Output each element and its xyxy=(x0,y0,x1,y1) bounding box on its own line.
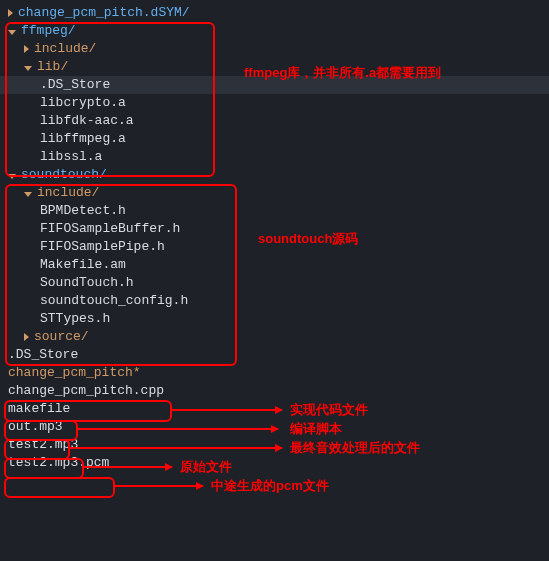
arrow-icon xyxy=(172,409,282,411)
annotation-test2pcm: 中途生成的pcm文件 xyxy=(211,477,329,495)
arrow-icon xyxy=(70,447,282,449)
file-row[interactable]: libcrypto.a xyxy=(0,94,549,112)
file-row[interactable]: Makefile.am xyxy=(0,256,549,274)
annotation-test2: 原始文件 xyxy=(180,458,232,476)
file-name: test2.mp3 xyxy=(8,436,78,454)
file-name: test2.mp3.pcm xyxy=(8,454,109,472)
file-row[interactable]: .DS_Store xyxy=(0,346,549,364)
file-name: STTypes.h xyxy=(40,310,110,328)
folder-name: lib/ xyxy=(37,58,68,76)
file-name: FIFOSamplePipe.h xyxy=(40,238,165,256)
folder-row[interactable]: source/ xyxy=(0,328,549,346)
folder-name: soundtouch/ xyxy=(21,166,107,184)
file-name: libffmpeg.a xyxy=(40,130,126,148)
file-row[interactable]: libssl.a xyxy=(0,148,549,166)
file-row[interactable]: change_pcm_pitch* xyxy=(0,364,549,382)
annotation-ffmpeg: ffmpeg库，并非所有.a都需要用到 xyxy=(244,64,441,82)
chevron-down-icon xyxy=(8,30,16,35)
file-name: FIFOSampleBuffer.h xyxy=(40,220,180,238)
file-name: out.mp3 xyxy=(8,418,63,436)
annotation-soundtouch: soundtouch源码 xyxy=(258,230,358,248)
chevron-down-icon xyxy=(24,66,32,71)
file-name: soundtouch_config.h xyxy=(40,292,188,310)
file-row[interactable]: test2.mp3.pcm xyxy=(0,454,549,472)
folder-row[interactable]: include/ xyxy=(0,184,549,202)
folder-row[interactable]: change_pcm_pitch.dSYM/ xyxy=(0,4,549,22)
file-name: BPMDetect.h xyxy=(40,202,126,220)
file-name: libfdk-aac.a xyxy=(40,112,134,130)
arrow-icon xyxy=(78,428,278,430)
annotation-outmp3: 最终音效处理后的文件 xyxy=(290,439,420,457)
file-name: .DS_Store xyxy=(8,346,78,364)
arrow-icon xyxy=(84,466,172,468)
file-name: libssl.a xyxy=(40,148,102,166)
file-row[interactable]: STTypes.h xyxy=(0,310,549,328)
folder-row[interactable]: include/ xyxy=(0,40,549,58)
file-name: makefile xyxy=(8,400,70,418)
file-row[interactable]: libfdk-aac.a xyxy=(0,112,549,130)
chevron-right-icon xyxy=(24,45,29,53)
file-row[interactable]: BPMDetect.h xyxy=(0,202,549,220)
folder-row[interactable]: soundtouch/ xyxy=(0,166,549,184)
file-name: Makefile.am xyxy=(40,256,126,274)
chevron-down-icon xyxy=(24,192,32,197)
folder-name: change_pcm_pitch.dSYM/ xyxy=(18,4,190,22)
file-row[interactable]: SoundTouch.h xyxy=(0,274,549,292)
file-name: change_pcm_pitch.cpp xyxy=(8,382,164,400)
file-row[interactable]: change_pcm_pitch.cpp xyxy=(0,382,549,400)
folder-name: ffmpeg/ xyxy=(21,22,76,40)
annotation-makefile: 编译脚本 xyxy=(290,420,342,438)
folder-name: include/ xyxy=(34,40,96,58)
file-name: libcrypto.a xyxy=(40,94,126,112)
file-row[interactable]: soundtouch_config.h xyxy=(0,292,549,310)
chevron-down-icon xyxy=(8,174,16,179)
file-name: .DS_Store xyxy=(40,76,110,94)
file-row[interactable]: libffmpeg.a xyxy=(0,130,549,148)
file-name: SoundTouch.h xyxy=(40,274,134,292)
chevron-right-icon xyxy=(8,9,13,17)
folder-name: source/ xyxy=(34,328,89,346)
chevron-right-icon xyxy=(24,333,29,341)
annotation-cpp: 实现代码文件 xyxy=(290,401,368,419)
folder-name: include/ xyxy=(37,184,99,202)
folder-row[interactable]: ffmpeg/ xyxy=(0,22,549,40)
file-name: change_pcm_pitch* xyxy=(8,364,141,382)
arrow-icon xyxy=(115,485,203,487)
highlight-box-test2pcm xyxy=(4,477,115,498)
